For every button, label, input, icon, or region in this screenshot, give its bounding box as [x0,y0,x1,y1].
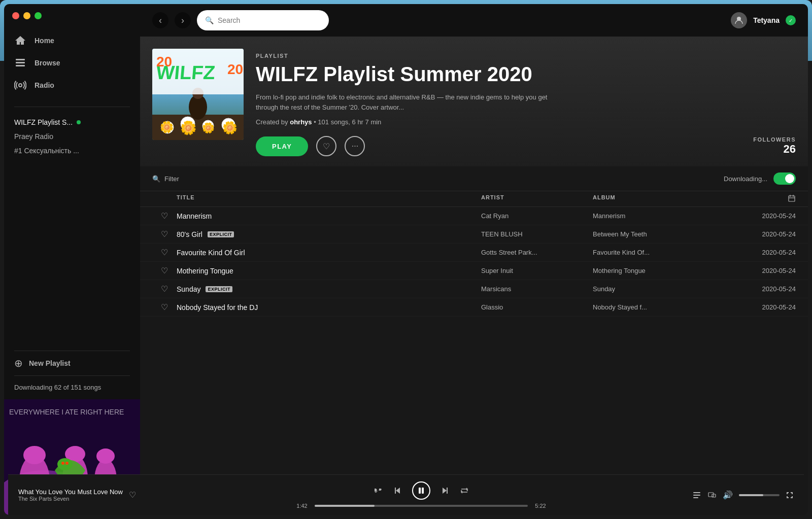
current-time: 1:42 [294,503,310,509]
track-name-3: Mothering Tongue [177,267,233,275]
track-row[interactable]: ♡ 80's Girl EXPLICIT TEEN BLUSH Between … [140,225,808,244]
sexy-playlist-label: #1 Сексуальність ... [14,147,79,155]
main-content: ‹ › 🔍 Tetyana ✓ [140,4,808,515]
sidebar-item-home[interactable]: Home [4,29,140,52]
svg-point-3 [19,84,22,87]
track-name-cell-2: Favourite Kind Of Girl [177,249,481,257]
svg-point-14 [61,462,64,465]
track-row[interactable]: ♡ Mothering Tongue Super Inuit Mothering… [140,262,808,280]
volume-bar[interactable] [739,494,780,496]
track-date-4: 2020-05-24 [735,285,796,293]
track-row[interactable]: ♡ Sunday EXPLICIT Marsicans Sunday 2020-… [140,280,808,298]
filter-bar: 🔍 Filter Downloading... [140,166,808,191]
filter-input-area[interactable]: 🔍 Filter [152,175,179,183]
sidebar-item-wilfz[interactable]: WILFZ Playlist S... [4,115,140,129]
track-date-2: 2020-05-24 [735,249,796,256]
sidebar-item-sexy[interactable]: #1 Сексуальність ... [4,144,140,158]
svg-rect-42 [419,488,421,494]
download-toggle-area: Downloading... [724,172,796,185]
track-heart-1[interactable]: ♡ [152,229,177,239]
svg-point-12 [96,448,115,464]
track-album-0: Mannerism [593,212,735,220]
track-heart-5[interactable]: ♡ [152,302,177,312]
playlist-header: WILFZ 20 20 🌼 [140,37,808,166]
forward-button[interactable]: › [175,12,191,28]
username-label: Tetyana [753,16,780,24]
track-list: 🔍 Filter Downloading... TITLE ARTIST [140,166,808,515]
svg-rect-2 [16,65,25,66]
header-album: ALBUM [593,194,735,203]
devices-icon[interactable] [707,491,717,500]
track-row[interactable]: ♡ Favourite Kind Of Girl Gotts Street Pa… [140,244,808,262]
filter-icon: 🔍 [152,175,160,183]
track-name-cell-4: Sunday EXPLICIT [177,285,481,293]
sidebar-divider-1 [14,107,130,107]
track-row[interactable]: ♡ Mannerism Cat Ryan Mannerism 2020-05-2… [140,207,808,225]
player-track-info: What You Love You Must Love Now The Six … [18,488,123,502]
playlist-actions: PLAY ♡ ··· FOLLOWERS 26 [256,136,796,156]
maximize-button[interactable] [35,12,42,19]
home-label: Home [35,37,54,45]
svg-rect-1 [16,62,25,63]
play-button[interactable]: PLAY [256,136,308,156]
window-controls [4,4,140,23]
track-heart-3[interactable]: ♡ [152,266,177,275]
track-album-5: Nobody Stayed f... [593,303,735,311]
playlist-meta: Created by ohrhys • 101 songs, 6 hr 7 mi… [256,118,796,126]
topbar: ‹ › 🔍 Tetyana ✓ [140,4,808,37]
track-date-3: 2020-05-24 [735,267,796,274]
sidebar-item-browse[interactable]: Browse [4,52,140,74]
player-left: What You Love You Must Love Now The Six … [18,488,181,502]
track-heart-0[interactable]: ♡ [152,211,177,221]
track-name-cell-5: Nobody Stayed for the DJ [177,303,481,312]
queue-icon[interactable] [692,491,701,500]
track-artist-1: TEEN BLUSH [481,230,593,238]
repeat-button[interactable] [460,486,469,495]
volume-icon: 🔊 [723,490,733,500]
svg-rect-0 [16,59,25,60]
followers-count: 26 [753,143,796,156]
player-heart-button[interactable]: ♡ [129,490,136,500]
download-toggle-switch[interactable] [773,172,796,185]
nav-menu: Home Browse [4,23,140,102]
playlist-title: WILFZ Playlist Summer 2020 [256,63,796,85]
track-date-0: 2020-05-24 [735,212,796,220]
new-playlist-button[interactable]: ⊕ New Playlist [4,351,140,375]
fullscreen-button[interactable] [786,491,794,499]
shuffle-button[interactable] [374,486,383,495]
home-icon [14,34,26,47]
next-button[interactable] [441,486,450,495]
previous-button[interactable] [393,486,402,495]
more-options-button[interactable]: ··· [345,136,365,156]
minimize-button[interactable] [23,12,30,19]
player-bar: What You Love You Must Love Now The Six … [8,474,804,515]
search-input[interactable] [218,16,321,24]
new-playlist-label: New Playlist [29,359,71,367]
svg-point-15 [65,462,69,465]
back-button[interactable]: ‹ [152,12,168,28]
search-bar[interactable]: 🔍 [197,10,329,30]
track-artist-3: Super Inuit [481,267,593,274]
like-button[interactable]: ♡ [316,136,336,156]
sidebar-item-praey[interactable]: Praey Radio [4,129,140,144]
progress-track[interactable] [315,505,528,507]
pause-button[interactable] [412,481,430,500]
active-dot [77,120,81,124]
player-artist: The Six Parts Seven [18,496,123,502]
track-name-cell-1: 80's Girl EXPLICIT [177,230,481,238]
track-heart-4[interactable]: ♡ [152,284,177,294]
svg-text:🌼: 🌼 [222,120,238,135]
sidebar-item-radio[interactable]: Radio [4,74,140,96]
plus-icon: ⊕ [14,357,23,369]
track-name-5: Nobody Stayed for the DJ [177,303,258,312]
header-artist: ARTIST [481,194,593,203]
close-button[interactable] [12,12,19,19]
track-artist-0: Cat Ryan [481,212,593,220]
sidebar: Home Browse [4,4,140,515]
svg-point-13 [57,458,73,470]
track-row[interactable]: ♡ Nobody Stayed for the DJ Glassio Nobod… [140,298,808,317]
track-heart-2[interactable]: ♡ [152,248,177,257]
topbar-left: ‹ › 🔍 [152,10,329,30]
track-album-3: Mothering Tongue [593,267,735,274]
header-title: TITLE [177,194,481,203]
